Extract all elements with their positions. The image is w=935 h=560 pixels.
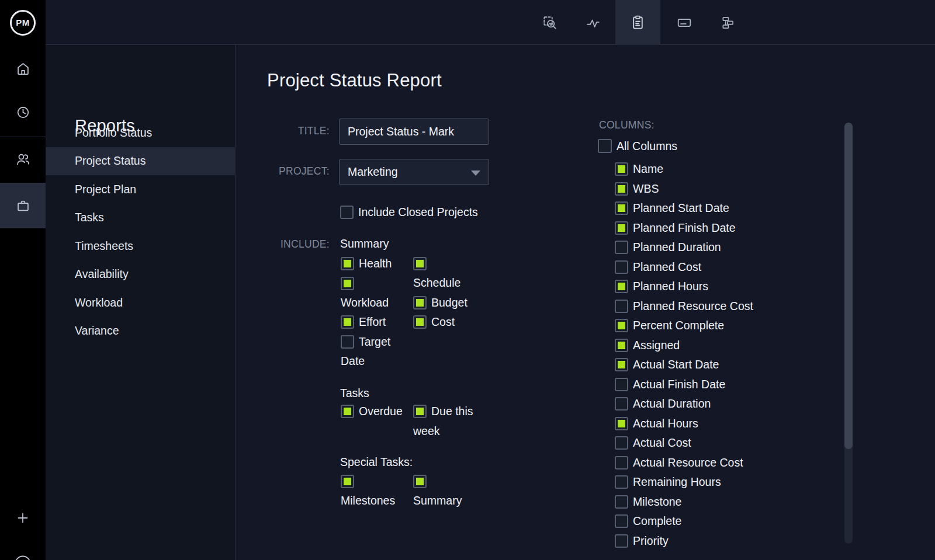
checkbox[interactable]: [615, 319, 628, 332]
summary-checkbox[interactable]: [413, 475, 427, 488]
column-option-actual-finish-date[interactable]: Actual Finish Date: [615, 375, 825, 395]
project-field-label: PROJECT:: [236, 165, 330, 178]
checkbox[interactable]: [615, 182, 628, 196]
special-tasks-heading: Special Tasks:: [340, 453, 413, 472]
columns-scrollbar-track[interactable]: [844, 123, 853, 544]
column-option-planned-start-date[interactable]: Planned Start Date: [615, 199, 825, 218]
all-columns-option[interactable]: All Columns: [598, 139, 677, 153]
app-logo[interactable]: PM: [0, 0, 46, 45]
schedule-checkbox[interactable]: [413, 257, 427, 270]
team-icon: [15, 151, 31, 168]
checkbox[interactable]: [615, 534, 628, 548]
column-option-planned-finish-date[interactable]: Planned Finish Date: [615, 218, 825, 238]
columns-scrollbar-thumb[interactable]: [844, 123, 853, 449]
checkbox[interactable]: [615, 456, 628, 469]
option-summary-special[interactable]: Summary: [413, 475, 486, 511]
checkbox[interactable]: [615, 221, 628, 235]
column-label: Milestone: [633, 495, 681, 509]
checkbox[interactable]: [615, 201, 628, 215]
column-option-actual-hours[interactable]: Actual Hours: [615, 414, 825, 434]
column-option-milestone[interactable]: Milestone: [615, 492, 825, 512]
include-closed-projects-option[interactable]: Include Closed Projects: [340, 203, 478, 222]
target-date-checkbox[interactable]: [341, 335, 354, 349]
checkbox[interactable]: [615, 436, 628, 450]
activity-pulse-tab[interactable]: [570, 0, 615, 45]
checkbox[interactable]: [615, 241, 628, 254]
column-option-actual-resource-cost[interactable]: Actual Resource Cost: [615, 453, 825, 473]
option-target-date[interactable]: Target Date: [341, 332, 413, 371]
checkbox[interactable]: [615, 339, 628, 352]
checkbox[interactable]: [615, 378, 628, 391]
due-this-week-checkbox[interactable]: [413, 405, 427, 418]
option-milestones[interactable]: Milestones: [341, 475, 413, 511]
rail-item-home[interactable]: [0, 46, 46, 91]
report-item-tasks[interactable]: Tasks: [46, 204, 236, 232]
checkbox[interactable]: [615, 280, 628, 293]
column-option-remaining-hours[interactable]: Remaining Hours: [615, 472, 825, 492]
include-closed-checkbox[interactable]: [340, 206, 354, 219]
report-item-project-status[interactable]: Project Status: [46, 147, 236, 176]
column-option-actual-duration[interactable]: Actual Duration: [615, 394, 825, 414]
rail-item-help[interactable]: [0, 541, 46, 560]
project-select[interactable]: Marketing: [339, 159, 489, 185]
report-item-variance[interactable]: Variance: [46, 317, 236, 346]
overdue-checkbox[interactable]: [341, 405, 354, 418]
all-columns-checkbox[interactable]: [598, 139, 612, 153]
column-option-assigned[interactable]: Assigned: [615, 336, 825, 356]
column-option-percent-complete[interactable]: Percent Complete: [615, 316, 825, 336]
cost-checkbox[interactable]: [413, 315, 427, 329]
option-label: Milestones: [341, 494, 395, 507]
checkbox[interactable]: [615, 417, 628, 430]
column-label: Complete: [633, 514, 681, 528]
column-option-planned-hours[interactable]: Planned Hours: [615, 277, 825, 297]
option-schedule[interactable]: Schedule: [413, 257, 486, 293]
report-clipboard-tab[interactable]: [615, 0, 660, 45]
column-option-priority[interactable]: Priority: [615, 531, 825, 551]
column-option-planned-duration[interactable]: Planned Duration: [615, 238, 825, 258]
report-item-availability[interactable]: Availability: [46, 260, 236, 289]
column-label: Planned Resource Cost: [633, 300, 753, 313]
budget-checkbox[interactable]: [413, 296, 427, 309]
effort-checkbox[interactable]: [341, 315, 354, 329]
option-cost[interactable]: Cost: [413, 312, 486, 332]
report-title-input[interactable]: [339, 119, 489, 145]
column-option-wbs[interactable]: WBS: [615, 179, 825, 199]
column-option-planned-cost[interactable]: Planned Cost: [615, 258, 825, 277]
gantt-tab[interactable]: [705, 0, 750, 45]
checkbox[interactable]: [615, 514, 628, 528]
report-item-timesheets[interactable]: Timesheets: [46, 232, 236, 260]
tasks-options-col1: Overdue: [341, 402, 413, 422]
workload-checkbox[interactable]: [341, 277, 354, 290]
rail-item-portfolio[interactable]: [0, 183, 46, 228]
checkbox[interactable]: [615, 475, 628, 489]
column-option-complete[interactable]: Complete: [615, 512, 825, 531]
column-option-planned-resource-cost[interactable]: Planned Resource Cost: [615, 297, 825, 316]
card-tab[interactable]: [662, 0, 707, 45]
option-budget[interactable]: Budget: [413, 293, 486, 313]
report-item-project-plan[interactable]: Project Plan: [46, 175, 236, 204]
option-health[interactable]: Health: [341, 254, 413, 274]
health-checkbox[interactable]: [341, 257, 354, 270]
rail-item-history[interactable]: [0, 89, 46, 135]
option-workload[interactable]: Workload: [341, 277, 413, 313]
rail-item-add[interactable]: [0, 495, 46, 541]
milestones-checkbox[interactable]: [341, 475, 354, 488]
option-effort[interactable]: Effort: [341, 312, 413, 332]
checkbox[interactable]: [615, 397, 628, 411]
zoom-select-tab[interactable]: [527, 0, 572, 45]
chevron-down-icon: [471, 171, 480, 176]
checkbox[interactable]: [615, 300, 628, 313]
column-option-actual-start-date[interactable]: Actual Start Date: [615, 355, 825, 375]
option-overdue[interactable]: Overdue: [341, 402, 413, 422]
checkbox[interactable]: [615, 358, 628, 371]
rail-item-team[interactable]: [0, 137, 46, 182]
report-item-workload[interactable]: Workload: [46, 288, 236, 317]
report-item-label: Project Status: [75, 154, 146, 168]
checkbox[interactable]: [615, 162, 628, 176]
option-due-this-week[interactable]: Due this week: [413, 402, 486, 441]
checkbox[interactable]: [615, 495, 628, 509]
report-item-portfolio-status[interactable]: Portfolio Status: [46, 119, 236, 147]
checkbox[interactable]: [615, 260, 628, 274]
column-option-name[interactable]: Name: [615, 159, 825, 179]
column-option-actual-cost[interactable]: Actual Cost: [615, 433, 825, 453]
